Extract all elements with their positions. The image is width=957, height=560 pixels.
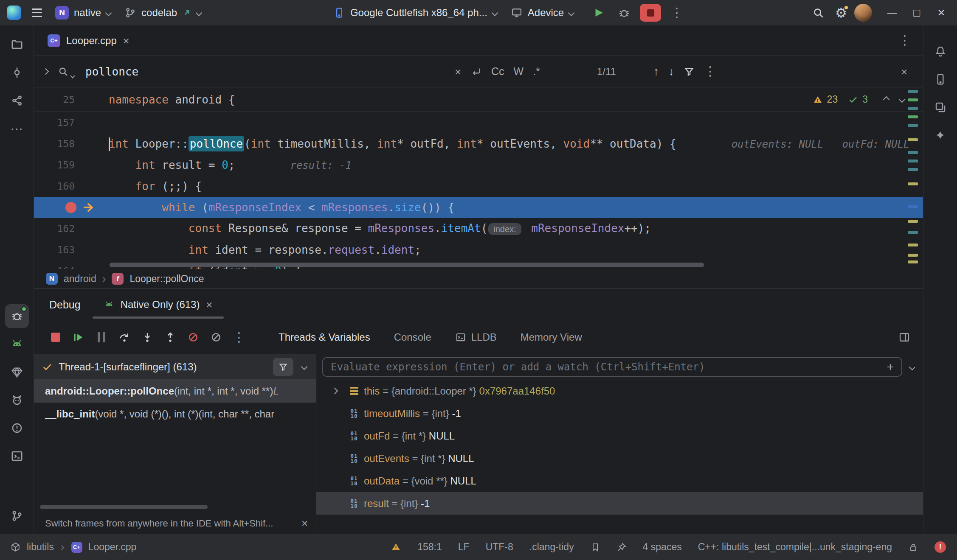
app-quality-insights-icon[interactable] <box>5 360 29 384</box>
step-into-icon[interactable] <box>138 328 157 347</box>
debug-more-icon[interactable] <box>229 328 249 347</box>
stripe-mark[interactable] <box>908 168 918 171</box>
dismiss-hint-icon[interactable] <box>301 518 308 529</box>
fatal-error-icon[interactable] <box>934 541 946 553</box>
debug-tool-window-icon[interactable] <box>5 304 29 328</box>
stripe-mark[interactable] <box>908 244 918 246</box>
view-breakpoints-icon[interactable] <box>206 328 226 347</box>
code-line-162[interactable]: 162 const Response& response = mResponse… <box>34 218 923 239</box>
horizontal-scrollbar[interactable] <box>110 263 704 267</box>
evaluate-expression-input[interactable]: Evaluate expression (Enter) or add a wat… <box>322 357 902 377</box>
close-find-bar-icon[interactable] <box>901 66 908 78</box>
more-tool-windows-icon[interactable] <box>5 117 29 140</box>
notifications-bell-icon[interactable] <box>929 39 952 63</box>
tab-lldb[interactable]: LLDB <box>455 331 497 343</box>
indent-setting[interactable]: 4 spaces <box>643 541 682 553</box>
variable-row[interactable]: 0110outFd = {int *} NULL <box>316 425 923 447</box>
version-control-icon[interactable] <box>5 504 29 528</box>
gemini-icon[interactable] <box>929 123 952 147</box>
code-line-163[interactable]: 163 int ident = response.request.ident; <box>34 239 923 260</box>
thread-selector[interactable]: Thread-1-[surfaceflinger] (613) <box>34 354 316 380</box>
stop-process-icon[interactable] <box>46 328 65 347</box>
toolchain[interactable]: C++: libutils_test_compile|...unk_stagin… <box>698 541 892 553</box>
settings-gear-icon[interactable] <box>831 3 851 22</box>
code-line-159[interactable]: 159 int result = 0;result: -1 <box>34 154 923 176</box>
error-stripe[interactable] <box>908 87 918 269</box>
stripe-mark[interactable] <box>908 160 918 162</box>
close-tab-icon[interactable] <box>123 35 130 47</box>
pull-requests-icon[interactable] <box>5 89 29 112</box>
variable-row[interactable]: 0110result = {int} -1 <box>316 492 923 515</box>
clear-search-icon[interactable] <box>454 66 462 78</box>
chevron-down-icon[interactable] <box>301 364 308 370</box>
search-options-icon[interactable] <box>704 65 717 78</box>
add-watch-icon[interactable] <box>885 362 895 372</box>
adevice-widget[interactable]: Adevice <box>506 3 579 22</box>
resume-program-icon[interactable] <box>69 328 88 347</box>
variable-row[interactable]: 0110timeoutMillis = {int} -1 <box>316 402 923 425</box>
stripe-mark[interactable] <box>908 115 918 118</box>
stripe-mark[interactable] <box>908 254 918 257</box>
filter-frames-icon[interactable] <box>273 358 293 376</box>
maximize-button[interactable] <box>904 0 929 25</box>
minimize-button[interactable] <box>880 0 904 25</box>
main-menu-icon[interactable] <box>27 3 47 22</box>
project-folder-icon[interactable] <box>5 33 29 56</box>
stripe-mark[interactable] <box>908 124 918 127</box>
file-encoding[interactable]: UTF-8 <box>486 541 513 553</box>
next-match-icon[interactable]: ↓ <box>668 65 674 78</box>
close-window-button[interactable] <box>929 0 954 25</box>
clang-tidy[interactable]: .clang-tidy <box>529 541 574 553</box>
expand-search-icon[interactable] <box>42 68 49 75</box>
commit-icon[interactable] <box>5 61 29 84</box>
status-file[interactable]: Looper.cpp <box>88 541 137 553</box>
tab-memory-view[interactable]: Memory View <box>521 331 582 343</box>
editor-tab-looper-cpp[interactable]: Looper.cpp <box>37 25 140 56</box>
mute-breakpoints-icon[interactable] <box>183 328 203 347</box>
lock-icon[interactable] <box>908 542 918 552</box>
pause-program-icon[interactable] <box>92 328 111 347</box>
stripe-mark[interactable] <box>908 182 918 185</box>
expand-chevron-icon[interactable] <box>325 389 344 393</box>
search-mode-icon[interactable] <box>57 66 74 78</box>
terminal-icon[interactable] <box>5 444 29 468</box>
code-line-161[interactable]: while (mResponseIndex < mResponses.size(… <box>34 197 923 218</box>
inspections-widget[interactable]: 23 3 <box>813 87 908 112</box>
close-session-icon[interactable] <box>205 299 213 311</box>
warning-icon[interactable] <box>391 542 401 552</box>
code-line-160[interactable]: 160 for (;;) { <box>34 176 923 197</box>
run-button[interactable] <box>589 3 608 22</box>
code-line-157[interactable]: 157 <box>34 112 923 133</box>
running-devices-icon[interactable] <box>5 332 29 356</box>
stripe-mark[interactable] <box>908 205 918 208</box>
search-input[interactable]: pollonce <box>85 65 138 78</box>
more-run-options-icon[interactable] <box>667 3 687 22</box>
step-out-icon[interactable] <box>160 328 180 347</box>
newline-icon[interactable] <box>471 66 482 77</box>
tab-threads-variables[interactable]: Threads & Variables <box>279 331 370 343</box>
debug-session-tab[interactable]: Native Only (613) <box>104 289 213 320</box>
device-manager-icon[interactable] <box>929 67 952 91</box>
step-over-icon[interactable] <box>115 328 134 347</box>
debug-button[interactable] <box>614 3 634 22</box>
breadcrumb-namespace[interactable]: android <box>64 273 96 285</box>
editor[interactable]: 25 namespace android { 23 3 157158int Lo… <box>34 87 923 269</box>
layout-settings-icon[interactable] <box>898 331 910 343</box>
chevron-down-icon[interactable] <box>909 364 916 370</box>
frames-scrollbar[interactable] <box>40 505 208 509</box>
stripe-mark[interactable] <box>908 90 918 93</box>
stripe-mark[interactable] <box>908 138 918 141</box>
previous-problem-icon[interactable] <box>883 96 890 103</box>
variable-row[interactable]: 0110outData = {void **} NULL <box>316 470 923 492</box>
vcs-branch-widget[interactable]: codelab <box>119 3 206 22</box>
stripe-mark[interactable] <box>908 220 918 223</box>
layout-inspector-icon[interactable] <box>929 95 952 119</box>
pin-icon[interactable] <box>616 542 627 552</box>
stack-frame[interactable]: android::Looper::pollOnce(int, int *, in… <box>34 380 316 403</box>
stripe-mark[interactable] <box>908 260 918 263</box>
match-case-toggle[interactable]: Cc <box>491 65 504 78</box>
stop-button[interactable] <box>640 4 661 22</box>
code-line-158[interactable]: 158int Looper::pollOnce(int timeoutMilli… <box>34 133 923 154</box>
bookmark-icon[interactable] <box>590 542 600 552</box>
project-widget[interactable]: N native <box>50 3 116 22</box>
